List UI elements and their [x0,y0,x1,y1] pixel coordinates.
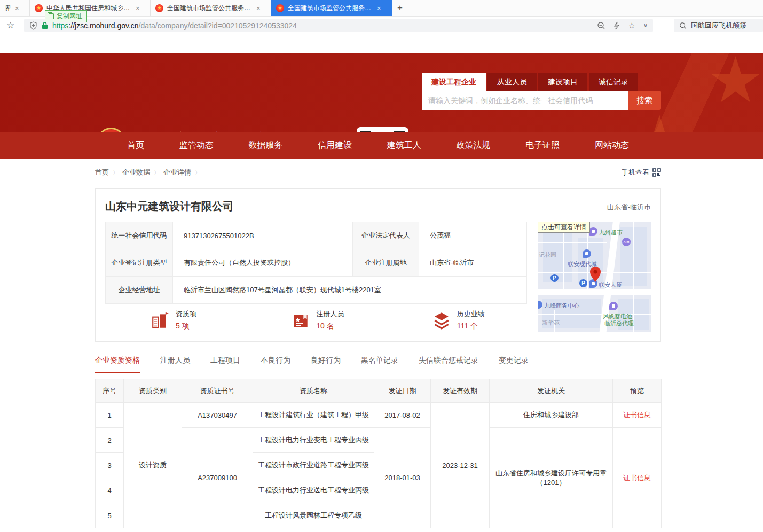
site-qr-code: S [357,127,408,132]
company-stats: 资质项 5 项 注册人员 10 名 [105,309,527,331]
tab-good-behavior[interactable]: 良好行为 [311,356,341,373]
stat-historical-performance[interactable]: 历史业绩 111 个 [387,309,527,331]
page-content: 首页 〉 企业数据 〉 企业详情 〉 手机查看 山东中元建筑设计有限公司 山东省… [95,168,661,528]
authority-cell: 山东省住房和城乡建设厅许可专用章（1201） [490,428,613,528]
cert-no-cell: A137030497 [182,403,253,428]
keyword-search-input[interactable] [422,91,628,110]
building-pin-icon[interactable] [583,249,591,258]
col-preview: 预览 [613,379,662,403]
tab-projects[interactable]: 工程项目 [210,356,240,373]
tab-qualifications[interactable]: 企业资质资格 [95,356,140,373]
company-info-table: 统一社会信用代码 91371302675501022B 企业法定代表人 公茂福 … [105,222,527,304]
qualification-table: 序号 资质类别 资质证书号 资质名称 发证日期 发证有效期 发证机关 预览 1 … [95,379,662,528]
tab-registered-personnel[interactable]: 注册人员 [160,356,190,373]
qualification-name-cell: 工程设计电力行业变电工程专业丙级 [253,428,374,453]
page-top-gap [0,34,763,53]
seq-cell: 1 [96,403,124,428]
field-label: 企业注册属地 [353,249,419,277]
bookmark-star-icon[interactable]: ☆ [6,20,14,31]
tab-close-icon[interactable]: × [377,4,381,12]
tab-dishonesty-records[interactable]: 失信联合惩戒记录 [419,356,478,373]
nav-item-license[interactable]: 电子证照 [525,132,560,159]
table-row: 企业登记注册类型 有限责任公司（自然人投资或控股） 企业注册属地 山东省-临沂市 [106,249,527,277]
qualification-name-cell: 工程设计建筑行业（建筑工程）甲级 [253,403,374,428]
company-location-pin-icon[interactable] [589,267,601,283]
address-bar[interactable]: https://jzsc.mohurd.gov.cn/data/company/… [24,19,653,32]
tab-blacklist[interactable]: 黑名单记录 [361,356,398,373]
tab-close-icon[interactable]: × [256,4,261,12]
field-label: 统一社会信用代码 [106,222,173,249]
nav-item-home[interactable]: 首页 [127,132,144,159]
certificate-info-link[interactable]: 证书信息 [623,474,651,482]
breadcrumb-separator: 〉 [195,169,201,177]
nav-item-workers[interactable]: 建筑工人 [387,132,421,159]
chevron-down-icon[interactable]: ∨ [643,22,648,29]
search-tab-credit[interactable]: 诚信记录 [589,73,638,91]
stat-value: 111 个 [457,322,485,331]
table-row: 企业经营地址 临沂市兰山区陶然路107号星河晶都（联安）现代城1号楼2201室 [106,277,527,304]
authority-cell: 住房和城乡建设部 [490,403,613,428]
copy-icon [49,13,54,19]
search-tab-enterprise[interactable]: 建设工程企业 [422,73,486,91]
col-issue-date: 发证日期 [374,379,431,403]
stat-qualifications[interactable]: 资质项 5 项 [105,309,246,331]
business-address-value: 临沂市兰山区陶然路107号星河晶都（联安）现代城1号楼2201室 [173,277,527,304]
battery-shop-pin-icon[interactable] [609,302,618,310]
seq-cell: 2 [96,428,124,453]
url-path: /data/company/detail?id=0021052912405330… [139,21,297,30]
new-tab-button[interactable]: + [392,0,408,16]
tab-change-records[interactable]: 变更记录 [499,356,529,373]
search-tab-personnel[interactable]: 从业人员 [487,73,537,91]
company-region: 山东省-临沂市 [607,202,651,212]
nav-item-policy[interactable]: 政策法规 [457,132,491,159]
qualification-name-cell: 工程设计电力行业送电工程专业丙级 [253,478,374,503]
seq-cell: 5 [96,503,124,528]
lightning-icon[interactable] [613,21,620,30]
valid-until-cell: 2023-12-31 [431,403,490,528]
legal-rep-value: 公茂福 [419,222,527,249]
stat-label: 注册人员 [316,309,344,319]
map-label: 记花园 [539,251,556,259]
browser-search-box[interactable] [674,19,763,32]
stat-registered-personnel[interactable]: 注册人员 10 名 [246,309,386,331]
zoom-out-icon[interactable] [597,21,605,30]
nav-item-site-news[interactable]: 网站动态 [595,132,629,159]
breadcrumb-company-detail[interactable]: 企业详情 [163,168,191,177]
main-nav: 首页 监管动态 数据服务 信用建设 建筑工人 政策法规 电子证照 网站动态 [0,132,763,159]
issue-date-cell: 2018-01-03 [374,428,431,528]
parking-pin-icon[interactable]: P [579,279,587,287]
cert-no-cell: A237009100 [182,428,253,528]
breadcrumb-home[interactable]: 首页 [95,168,109,177]
nav-item-credit[interactable]: 信用建设 [318,132,352,159]
favorite-star-icon[interactable]: ☆ [628,21,635,30]
supermarket-pin-icon[interactable] [589,227,597,236]
copy-url-tooltip: 复制网址 [45,10,87,22]
tab-bad-behavior[interactable]: 不良行为 [261,356,290,373]
mobile-view-label[interactable]: 手机查看 [622,168,649,177]
search-tab-project[interactable]: 建设项目 [538,73,587,91]
breadcrumb: 首页 〉 企业数据 〉 企业详情 〉 手机查看 [95,168,661,177]
location-map[interactable]: 九州超市 记花园 ATM 联安现代城 联安大厦 P P 九峰商务中心 风帆蓄电池… [538,222,651,332]
qr-code-icon[interactable] [652,168,661,177]
parking-pin-icon[interactable]: P [550,274,559,282]
nav-item-data-service[interactable]: 数据服务 [248,132,282,159]
browser-tab-4-active[interactable]: ★ 全国建筑市场监管公共服务平台 × [271,0,392,16]
map-label: 联安大厦 [599,281,622,289]
browser-search-input[interactable] [691,21,755,29]
tab-close-icon[interactable]: × [15,4,19,12]
nav-item-supervision[interactable]: 监管动态 [179,132,214,159]
secure-lock-icon [42,21,48,29]
certificate-info-link[interactable]: 证书信息 [623,411,651,419]
browser-tab-1[interactable]: 界 × [0,0,30,16]
registration-type-value: 有限责任公司（自然人投资或控股） [173,249,353,277]
tab-close-icon[interactable]: × [136,4,140,12]
category-cell: 设计资质 [124,403,182,528]
breadcrumb-company-data[interactable]: 企业数据 [122,168,150,177]
company-card: 山东中元建筑设计有限公司 山东省-临沂市 统一社会信用代码 9137130267… [95,188,661,342]
shield-permissions-icon[interactable] [29,21,37,30]
seq-cell: 4 [96,478,124,503]
issue-date-cell: 2017-08-02 [374,403,431,428]
browser-tab-3[interactable]: ★ 全国建筑市场监管公共服务平台 × [151,0,271,16]
search-button[interactable]: 搜索 [628,91,661,110]
atm-pin-icon[interactable]: ATM [622,238,631,246]
